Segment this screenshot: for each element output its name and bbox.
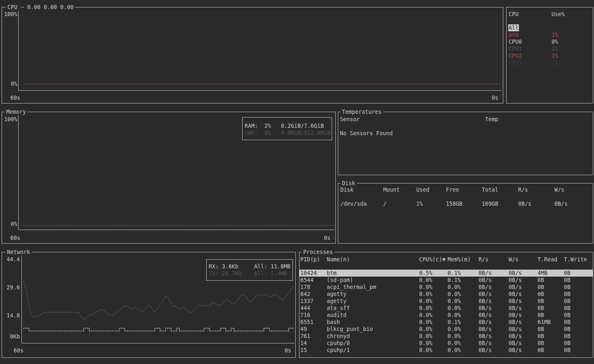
process-cell[interactable]: 0B [564, 340, 570, 347]
process-cell[interactable]: 0B [537, 291, 544, 298]
process-cell[interactable]: agetty [327, 298, 346, 305]
process-cell[interactable]: 0.0% [419, 312, 432, 319]
process-cell[interactable]: 0.1% [448, 270, 461, 277]
process-cell[interactable]: 0B/s [478, 291, 492, 298]
cpu-legend-row-avg[interactable]: AVG [509, 31, 519, 38]
process-cell[interactable]: 0B [537, 347, 544, 354]
process-cell[interactable]: 0.0% [419, 319, 432, 326]
process-cell[interactable]: 0B [537, 277, 544, 284]
process-cell[interactable]: 15 [300, 347, 307, 354]
disk-header-mount[interactable]: Mount [383, 186, 400, 193]
process-cell[interactable]: 10424 [300, 270, 317, 277]
cpu-legend-row-cpu3[interactable]: CPU3 [509, 59, 522, 66]
process-cell[interactable]: 0.0% [419, 298, 432, 305]
process-cell[interactable]: 0B/s [478, 340, 492, 347]
process-cell[interactable]: 0.0% [448, 347, 461, 354]
process-cell[interactable]: 0B/s [509, 312, 522, 319]
process-cell[interactable]: 0.0% [419, 305, 432, 312]
process-cell[interactable]: 0B [564, 312, 570, 319]
temp-header-sensor[interactable]: Sensor [340, 116, 360, 123]
process-cell[interactable]: blkcg_punt_bio [327, 326, 373, 333]
proc-header-6[interactable]: T.Read [537, 256, 557, 263]
process-cell[interactable]: 4MB [537, 270, 547, 277]
process-cell[interactable]: 0B [564, 291, 570, 298]
proc-header-5[interactable]: W/s [509, 256, 519, 263]
cpu-legend-row-cpu1[interactable]: CPU1 [509, 45, 522, 52]
process-cell[interactable]: 0B/s [509, 340, 522, 347]
process-cell[interactable]: 61MB [537, 319, 551, 326]
process-cell[interactable]: 0.0% [419, 333, 432, 340]
process-cell[interactable]: 0.1% [448, 319, 461, 326]
process-cell[interactable]: 0B/s [509, 333, 522, 340]
disk-header-ws[interactable]: W/s [554, 186, 564, 193]
proc-header-0[interactable]: PID(p) [300, 256, 320, 263]
process-cell[interactable]: 0.0% [419, 284, 432, 291]
process-cell[interactable]: 0B/s [478, 298, 492, 305]
cpu-legend-row-cpu0[interactable]: CPU0 [509, 38, 522, 45]
process-cell[interactable]: 0B [564, 298, 570, 305]
process-cell[interactable]: 761 [300, 333, 310, 340]
process-cell[interactable]: 0B [564, 277, 570, 284]
process-cell[interactable]: (sd-pam) [327, 277, 353, 284]
process-cell[interactable]: 0B/s [478, 284, 492, 291]
proc-header-7[interactable]: T.Write [564, 256, 587, 263]
process-cell[interactable]: 0B/s [478, 277, 492, 284]
process-cell[interactable]: acpi_thermal_pm [327, 284, 376, 291]
process-cell[interactable]: 0B [564, 305, 570, 312]
process-cell[interactable]: auditd [327, 312, 346, 319]
process-cell[interactable]: 0.0% [448, 298, 461, 305]
process-cell[interactable]: 0B [564, 333, 570, 340]
process-cell[interactable]: 0B [564, 270, 570, 277]
process-cell[interactable]: 0B/s [509, 277, 522, 284]
process-cell[interactable]: agetty [327, 291, 346, 298]
proc-header-2[interactable]: CPU%(c)▼ [419, 256, 446, 263]
process-cell[interactable]: 0B/s [509, 270, 522, 277]
process-cell[interactable]: 0.0% [419, 347, 432, 354]
process-cell[interactable]: 0B/s [478, 270, 492, 277]
proc-header-4[interactable]: R/s [478, 256, 488, 263]
process-cell[interactable]: bash [327, 319, 340, 326]
process-cell[interactable]: 0.5% [419, 270, 432, 277]
process-cell[interactable]: 0B/s [478, 333, 492, 340]
process-cell[interactable]: 0B/s [509, 298, 522, 305]
process-cell[interactable]: 0B/s [478, 305, 492, 312]
process-cell[interactable]: 0B [564, 284, 570, 291]
process-cell[interactable]: 0B [537, 298, 544, 305]
process-cell[interactable]: 0B [537, 312, 544, 319]
process-cell[interactable]: 444 [300, 305, 310, 312]
disk-header-disk[interactable]: Disk [340, 186, 354, 193]
process-cell[interactable]: 0.0% [419, 340, 432, 347]
cpu-legend-row-cpu2[interactable]: CPU2 [509, 52, 522, 59]
process-row-selection[interactable] [299, 270, 593, 277]
process-cell[interactable]: 0.0% [419, 277, 432, 284]
process-cell[interactable]: 49 [300, 326, 307, 333]
process-cell[interactable]: 0.0% [448, 326, 461, 333]
process-cell[interactable]: 0.0% [419, 291, 432, 298]
process-cell[interactable]: chronyd [327, 333, 350, 340]
process-cell[interactable]: 6544 [300, 277, 314, 284]
process-cell[interactable]: 0B/s [478, 312, 492, 319]
process-cell[interactable]: 1337 [300, 298, 314, 305]
process-cell[interactable]: btm [327, 270, 337, 277]
process-cell[interactable]: 0B [564, 319, 570, 326]
process-cell[interactable]: 0B [537, 333, 544, 340]
process-cell[interactable]: 0.0% [448, 333, 461, 340]
process-cell[interactable]: 0B/s [478, 347, 492, 354]
process-cell[interactable]: 0B/s [478, 319, 492, 326]
process-cell[interactable]: 0B [564, 326, 570, 333]
process-cell[interactable]: 0B [537, 305, 544, 312]
process-cell[interactable]: 0B/s [509, 284, 522, 291]
process-cell[interactable]: ata_sff [327, 305, 350, 312]
process-cell[interactable]: 0B [537, 326, 544, 333]
process-cell[interactable]: 0B/s [509, 291, 522, 298]
disk-header-rs[interactable]: R/s [518, 186, 528, 193]
process-cell[interactable]: 842 [300, 291, 310, 298]
process-cell[interactable]: 716 [300, 312, 310, 319]
process-cell[interactable]: 0.0% [419, 326, 432, 333]
process-cell[interactable]: 14 [300, 340, 307, 347]
proc-header-1[interactable]: Name(n) [327, 256, 350, 263]
process-cell[interactable]: 0B [537, 340, 544, 347]
process-cell[interactable]: cpuhp/0 [327, 340, 350, 347]
disk-header-used[interactable]: Used [416, 186, 429, 193]
process-cell[interactable]: 0.1% [448, 277, 461, 284]
